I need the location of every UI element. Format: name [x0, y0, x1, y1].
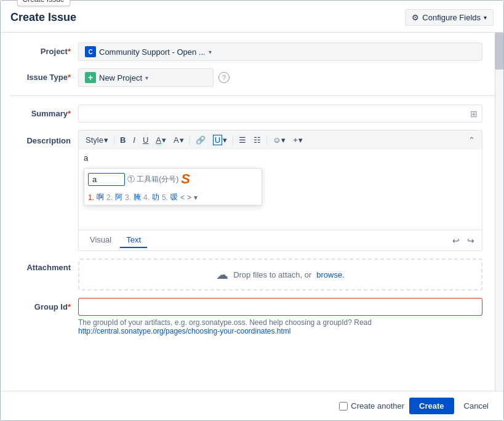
- group-id-control: The groupId of your artifacts, e.g. org.…: [78, 298, 482, 335]
- title-tooltip-wrapper: Create Issue Create Issue: [10, 11, 76, 24]
- suggestion-text-4[interactable]: 叻: [152, 192, 159, 202]
- create-button[interactable]: Create: [409, 398, 454, 414]
- underline2-chevron-icon: ▾: [223, 135, 227, 145]
- next-suggestion-icon[interactable]: >: [187, 193, 191, 202]
- description-label: Description: [10, 130, 78, 145]
- issue-type-row-inner: + New Project ▾ ?: [78, 68, 482, 87]
- tooltip-box: Create Issue: [17, 0, 70, 6]
- group-id-help-text: The groupId of your artifacts, e.g. org.…: [78, 318, 482, 335]
- summary-wrapper: ⊞: [78, 105, 482, 122]
- project-label: Project*: [10, 42, 78, 56]
- tab-text[interactable]: Text: [120, 233, 147, 248]
- dialog-body: Project* C Community Support - Open ... …: [1, 33, 503, 391]
- project-icon: C: [85, 46, 96, 57]
- more-button[interactable]: + ▾: [290, 134, 306, 146]
- toolbar-sep-4: [266, 135, 267, 145]
- attachment-label: Attachment: [10, 259, 78, 272]
- bold-button[interactable]: B: [117, 134, 129, 146]
- prev-suggestion-icon[interactable]: <: [180, 193, 185, 202]
- description-control: Style ▾ B I U A ▾ A ▾ �: [78, 130, 482, 251]
- link-button[interactable]: 🔗: [193, 134, 209, 146]
- style-chevron-icon: ▾: [104, 135, 108, 145]
- numbered-list-button[interactable]: ☷: [250, 134, 264, 146]
- expand-suggestions-icon[interactable]: ▾: [194, 193, 198, 202]
- new-project-icon: +: [85, 72, 96, 83]
- bullet-list-button[interactable]: ☰: [236, 134, 249, 146]
- suggestion-text-2[interactable]: 阿: [115, 192, 122, 202]
- suggestion-text-3[interactable]: 腌: [134, 192, 141, 202]
- suggestion-num-1: 1.: [88, 193, 94, 202]
- description-editor-container: a ① 工具箱(分号) S 1. 啊 2.: [78, 150, 482, 251]
- text-color-button[interactable]: A ▾: [153, 134, 169, 146]
- configure-fields-button[interactable]: ⚙ Configure Fields ▾: [405, 9, 494, 26]
- project-select[interactable]: C Community Support - Open ... ▾: [78, 42, 482, 61]
- tab-visual[interactable]: Visual: [84, 233, 118, 248]
- emoji-chevron-icon: ▾: [281, 135, 286, 145]
- summary-label: Summary*: [10, 105, 78, 118]
- attachment-control: ☁ Drop files to attach, or browse.: [78, 259, 482, 291]
- form-divider: [10, 95, 495, 96]
- group-id-input[interactable]: [78, 298, 482, 316]
- suggestion-text-1[interactable]: 啊: [97, 192, 104, 202]
- group-id-row: Group Id* The groupId of your artifacts,…: [1, 294, 495, 339]
- more-chevron-icon: ▾: [298, 135, 303, 145]
- style-dropdown-button[interactable]: Style ▾: [82, 134, 111, 146]
- italic-button[interactable]: I: [130, 134, 138, 146]
- scrollbar[interactable]: [495, 33, 503, 391]
- issue-type-control: + New Project ▾ ?: [78, 68, 482, 87]
- toolbar-sep-1: [114, 135, 114, 145]
- create-issue-dialog: Create Issue Create Issue ⚙ Configure Fi…: [0, 0, 504, 421]
- summary-row: Summary* ⊞: [1, 101, 495, 126]
- font-size-chevron-icon: ▾: [180, 135, 184, 145]
- project-control: C Community Support - Open ... ▾: [78, 42, 482, 61]
- configure-fields-label: Configure Fields: [422, 13, 481, 22]
- browse-link[interactable]: browse.: [316, 270, 345, 279]
- group-id-label: Group Id*: [10, 298, 78, 311]
- issue-type-select[interactable]: + New Project ▾: [78, 68, 214, 87]
- attachment-drop-text: Drop files to attach, or: [233, 270, 311, 279]
- autocomplete-info: ① 工具箱(分号): [127, 174, 178, 185]
- issue-type-label: Issue Type*: [10, 68, 78, 82]
- redo-button[interactable]: ↪: [465, 235, 477, 247]
- description-tabs: Visual Text ↩ ↪: [79, 230, 482, 251]
- create-another-label[interactable]: Create another: [339, 401, 404, 411]
- project-value: Community Support - Open ...: [99, 47, 206, 57]
- autocomplete-suggestions: 1. 啊 2. 阿 3. 腌 4. 叻 5. 嗳 <: [84, 190, 262, 205]
- group-id-help-link[interactable]: http://central.sonatype.org/pages/choosi…: [78, 327, 291, 335]
- attachment-dropzone[interactable]: ☁ Drop files to attach, or browse.: [78, 259, 482, 291]
- summary-control: ⊞: [78, 105, 482, 122]
- upload-icon: ☁: [216, 267, 228, 282]
- summary-icon: ⊞: [470, 109, 478, 119]
- font-size-button[interactable]: A ▾: [170, 134, 187, 146]
- underline2-button[interactable]: U ▾: [210, 133, 230, 147]
- dialog-title: Create Issue: [10, 11, 76, 24]
- dialog-footer: Create another Create Cancel: [1, 391, 503, 420]
- scrollbar-thumb: [495, 33, 503, 70]
- dialog-header: Create Issue Create Issue ⚙ Configure Fi…: [1, 1, 503, 33]
- issue-type-row: Issue Type* + New Project ▾ ?: [1, 65, 495, 90]
- create-another-checkbox[interactable]: [339, 402, 348, 411]
- project-chevron-icon: ▾: [209, 49, 212, 55]
- autocomplete-popup: ① 工具箱(分号) S 1. 啊 2. 阿 3. 腌 4.: [84, 168, 262, 206]
- text-color-chevron-icon: ▾: [162, 135, 166, 145]
- toolbar-sep-2: [190, 135, 190, 145]
- editor-letter: a: [84, 153, 88, 162]
- suggestion-text-5[interactable]: 嗳: [170, 192, 178, 202]
- gear-icon: ⚙: [412, 13, 419, 22]
- expand-button[interactable]: ⌃: [465, 134, 478, 146]
- summary-input[interactable]: [78, 105, 482, 122]
- autocomplete-input[interactable]: [88, 173, 125, 186]
- emoji-button[interactable]: ☺ ▾: [270, 134, 289, 146]
- autocomplete-input-row: ① 工具箱(分号) S: [84, 169, 262, 190]
- attachment-row: Attachment ☁ Drop files to attach, or br…: [1, 255, 495, 294]
- description-toolbar: Style ▾ B I U A ▾ A ▾ �: [78, 130, 482, 150]
- underline-button[interactable]: U: [140, 134, 151, 146]
- project-row: Project* C Community Support - Open ... …: [1, 39, 495, 65]
- issue-type-value: New Project: [99, 73, 142, 82]
- editor-area: a ① 工具箱(分号) S 1. 啊 2.: [79, 150, 482, 230]
- tab-actions: ↩ ↪: [450, 235, 477, 247]
- undo-button[interactable]: ↩: [450, 235, 462, 247]
- help-icon[interactable]: ?: [218, 72, 230, 83]
- cancel-button[interactable]: Cancel: [459, 398, 494, 414]
- description-row: Description Style ▾ B I U A ▾: [1, 126, 495, 255]
